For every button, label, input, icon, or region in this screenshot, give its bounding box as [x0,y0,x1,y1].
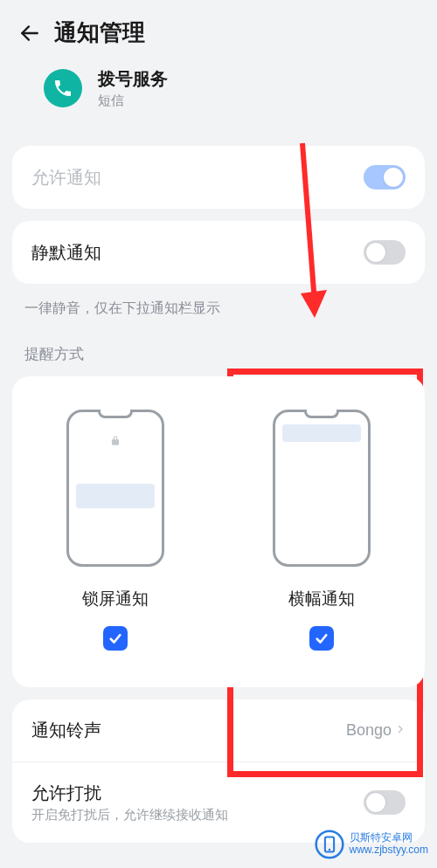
option-lockscreen-label: 锁屏通知 [82,588,149,610]
option-lockscreen[interactable]: 锁屏通知 [12,410,218,651]
app-category: 短信 [98,93,168,109]
phone-lockscreen-illustration [66,410,164,567]
silent-notify-toggle[interactable] [364,240,406,265]
allow-disturb-sub: 开启免打扰后，允许继续接收通知 [31,807,228,823]
section-label-remind: 提醒方式 [0,318,437,376]
app-name: 拨号服务 [98,67,168,91]
app-icon [44,69,82,107]
allow-disturb-label: 允许打扰 [31,782,228,805]
remind-options-card: 锁屏通知 横幅通知 [12,376,425,687]
option-banner-label: 横幅通知 [288,588,355,610]
phone-icon [52,78,73,99]
svg-point-5 [328,849,330,851]
ringtone-row[interactable]: 通知铃声 Bongo [12,699,425,761]
settings-list: 通知铃声 Bongo 允许打扰 开启免打扰后，允许继续接收通知 [12,699,425,843]
back-button[interactable] [16,19,44,47]
check-icon [108,630,123,646]
option-banner-check[interactable] [309,626,334,651]
page-header: 通知管理 [0,0,437,60]
page-title: 通知管理 [54,17,145,48]
silent-notify-row[interactable]: 静默通知 [12,221,425,284]
lock-icon [109,435,121,450]
silent-notify-label: 静默通知 [31,241,101,265]
allow-notify-row[interactable]: 允许通知 [12,146,425,209]
allow-notify-label: 允许通知 [31,166,101,189]
option-lockscreen-check[interactable] [103,626,128,651]
arrow-left-icon [18,22,41,45]
chevron-right-icon [395,721,406,741]
ringtone-label: 通知铃声 [31,719,101,742]
option-banner[interactable]: 横幅通知 [218,410,425,651]
phone-banner-illustration [273,410,371,567]
check-icon [314,630,329,646]
silent-notify-desc: 一律静音，仅在下拉通知栏显示 [0,284,437,318]
allow-disturb-row[interactable]: 允许打扰 开启免打扰后，允许继续接收通知 [12,761,425,843]
allow-disturb-toggle[interactable] [364,790,406,815]
ringtone-value: Bongo [346,721,392,740]
allow-notify-toggle[interactable] [364,165,406,189]
app-summary: 拨号服务 短信 [0,60,437,127]
